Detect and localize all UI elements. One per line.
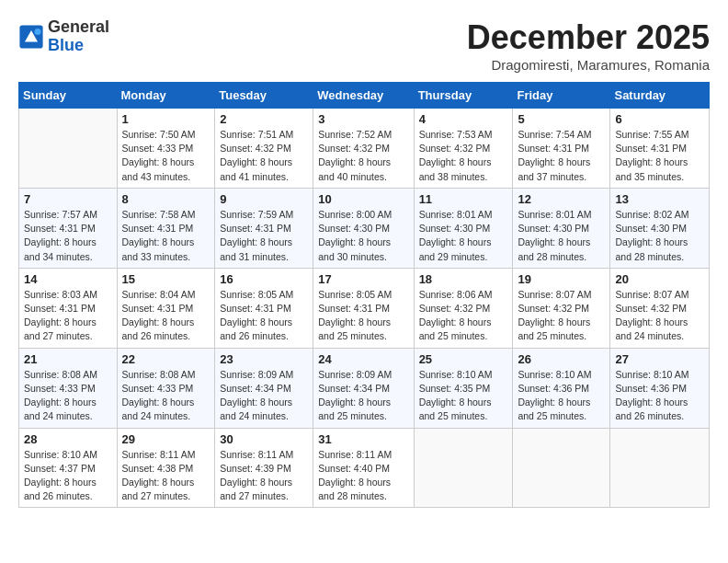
calendar: SundayMondayTuesdayWednesdayThursdayFrid…: [18, 82, 710, 508]
week-row-3: 21Sunrise: 8:08 AMSunset: 4:33 PMDayligh…: [19, 348, 710, 428]
day-cell-24: 24Sunrise: 8:09 AMSunset: 4:34 PMDayligh…: [313, 348, 414, 428]
daylight-line1: Daylight: 8 hours: [518, 236, 590, 247]
title-section: December 2025 Dragomiresti, Maramures, R…: [467, 18, 710, 73]
month-title: December 2025: [467, 18, 710, 57]
day-info: Sunrise: 8:06 AMSunset: 4:32 PMDaylight:…: [419, 288, 508, 344]
day-cell-13: 13Sunrise: 8:02 AMSunset: 4:30 PMDayligh…: [610, 188, 710, 268]
day-cell-3: 3Sunrise: 7:52 AMSunset: 4:32 PMDaylight…: [313, 109, 414, 189]
sunset: Sunset: 4:38 PM: [122, 463, 194, 474]
sunrise: Sunrise: 8:09 AM: [220, 369, 293, 380]
daylight-line1: Daylight: 8 hours: [318, 396, 391, 408]
day-number: 17: [318, 272, 408, 286]
daylight-line1: Daylight: 8 hours: [122, 316, 195, 327]
day-info: Sunrise: 8:11 AMSunset: 4:40 PMDaylight:…: [318, 448, 408, 504]
day-cell-empty: [610, 428, 710, 508]
day-cell-23: 23Sunrise: 8:09 AMSunset: 4:34 PMDayligh…: [215, 348, 313, 428]
day-number: 21: [24, 352, 112, 366]
sunrise: Sunrise: 8:10 AM: [24, 449, 97, 460]
day-info: Sunrise: 8:10 AMSunset: 4:36 PMDaylight:…: [615, 368, 704, 424]
day-cell-12: 12Sunrise: 8:01 AMSunset: 4:30 PMDayligh…: [513, 188, 610, 268]
sunrise: Sunrise: 8:11 AM: [220, 449, 293, 460]
day-cell-6: 6Sunrise: 7:55 AMSunset: 4:31 PMDaylight…: [610, 109, 710, 189]
daylight-line2: and 27 minutes.: [24, 330, 93, 341]
day-cell-20: 20Sunrise: 8:07 AMSunset: 4:32 PMDayligh…: [610, 268, 710, 348]
daylight-line1: Daylight: 8 hours: [24, 316, 97, 327]
sunset: Sunset: 4:32 PM: [419, 303, 491, 314]
day-cell-30: 30Sunrise: 8:11 AMSunset: 4:39 PMDayligh…: [215, 428, 313, 508]
day-number: 12: [518, 192, 605, 206]
daylight-line1: Daylight: 8 hours: [518, 156, 590, 167]
day-info: Sunrise: 7:53 AMSunset: 4:32 PMDaylight:…: [419, 128, 508, 184]
daylight-line2: and 35 minutes.: [615, 171, 684, 182]
day-number: 6: [615, 112, 704, 126]
day-info: Sunrise: 7:52 AMSunset: 4:32 PMDaylight:…: [318, 128, 408, 184]
sunrise: Sunrise: 8:01 AM: [419, 209, 493, 220]
sunset: Sunset: 4:31 PM: [24, 303, 96, 314]
sunrise: Sunrise: 7:57 AM: [24, 209, 97, 220]
day-cell-31: 31Sunrise: 8:11 AMSunset: 4:40 PMDayligh…: [313, 428, 414, 508]
sunrise: Sunrise: 8:08 AM: [122, 369, 196, 380]
day-cell-19: 19Sunrise: 8:07 AMSunset: 4:32 PMDayligh…: [513, 268, 610, 348]
week-row-4: 28Sunrise: 8:10 AMSunset: 4:37 PMDayligh…: [19, 428, 710, 508]
header-monday: Monday: [117, 83, 215, 109]
sunset: Sunset: 4:33 PM: [122, 143, 194, 154]
sunrise: Sunrise: 8:05 AM: [318, 289, 392, 300]
daylight-line1: Daylight: 8 hours: [220, 396, 292, 408]
day-info: Sunrise: 7:50 AMSunset: 4:33 PMDaylight:…: [122, 128, 210, 184]
daylight-line1: Daylight: 8 hours: [318, 477, 391, 488]
daylight-line2: and 25 minutes.: [419, 330, 488, 341]
day-info: Sunrise: 8:05 AMSunset: 4:31 PMDaylight:…: [318, 288, 408, 344]
daylight-line2: and 24 minutes.: [220, 410, 289, 421]
daylight-line1: Daylight: 8 hours: [615, 156, 688, 167]
calendar-header: SundayMondayTuesdayWednesdayThursdayFrid…: [19, 83, 710, 109]
sunset: Sunset: 4:30 PM: [318, 223, 390, 234]
day-info: Sunrise: 8:02 AMSunset: 4:30 PMDaylight:…: [615, 208, 704, 264]
daylight-line1: Daylight: 8 hours: [318, 236, 391, 247]
daylight-line1: Daylight: 8 hours: [419, 316, 492, 327]
week-row-0: 1Sunrise: 7:50 AMSunset: 4:33 PMDaylight…: [19, 109, 710, 189]
day-cell-21: 21Sunrise: 8:08 AMSunset: 4:33 PMDayligh…: [19, 348, 118, 428]
day-number: 19: [518, 272, 605, 286]
daylight-line2: and 24 minutes.: [24, 410, 93, 421]
sunset: Sunset: 4:32 PM: [318, 143, 390, 154]
day-info: Sunrise: 8:01 AMSunset: 4:30 PMDaylight:…: [419, 208, 508, 264]
header-saturday: Saturday: [610, 83, 710, 109]
svg-point-2: [35, 29, 41, 35]
day-number: 14: [24, 272, 112, 286]
daylight-line1: Daylight: 8 hours: [24, 236, 97, 247]
day-info: Sunrise: 8:03 AMSunset: 4:31 PMDaylight:…: [24, 288, 112, 344]
day-cell-7: 7Sunrise: 7:57 AMSunset: 4:31 PMDaylight…: [19, 188, 118, 268]
sunrise: Sunrise: 8:01 AM: [518, 209, 591, 220]
daylight-line2: and 31 minutes.: [220, 251, 289, 262]
daylight-line1: Daylight: 8 hours: [518, 316, 590, 327]
sunset: Sunset: 4:31 PM: [518, 143, 589, 154]
sunrise: Sunrise: 7:54 AM: [518, 129, 591, 140]
sunset: Sunset: 4:31 PM: [122, 303, 194, 314]
day-info: Sunrise: 7:54 AMSunset: 4:31 PMDaylight:…: [518, 128, 605, 184]
day-cell-10: 10Sunrise: 8:00 AMSunset: 4:30 PMDayligh…: [313, 188, 414, 268]
daylight-line1: Daylight: 8 hours: [122, 236, 195, 247]
day-number: 29: [122, 432, 210, 446]
sunset: Sunset: 4:36 PM: [518, 383, 589, 394]
day-cell-28: 28Sunrise: 8:10 AMSunset: 4:37 PMDayligh…: [19, 428, 118, 508]
day-number: 4: [419, 112, 508, 126]
day-number: 18: [419, 272, 508, 286]
day-info: Sunrise: 8:07 AMSunset: 4:32 PMDaylight:…: [518, 288, 605, 344]
day-number: 27: [615, 352, 704, 366]
logo-blue: Blue: [48, 37, 109, 55]
logo: General Blue: [18, 18, 109, 55]
daylight-line1: Daylight: 8 hours: [122, 156, 195, 167]
sunset: Sunset: 4:39 PM: [220, 463, 291, 474]
day-cell-25: 25Sunrise: 8:10 AMSunset: 4:35 PMDayligh…: [414, 348, 513, 428]
day-cell-17: 17Sunrise: 8:05 AMSunset: 4:31 PMDayligh…: [313, 268, 414, 348]
sunrise: Sunrise: 7:52 AM: [318, 129, 392, 140]
day-number: 28: [24, 432, 112, 446]
day-number: 22: [122, 352, 210, 366]
day-info: Sunrise: 7:59 AMSunset: 4:31 PMDaylight:…: [220, 208, 308, 264]
daylight-line2: and 28 minutes.: [518, 251, 586, 262]
day-cell-15: 15Sunrise: 8:04 AMSunset: 4:31 PMDayligh…: [117, 268, 215, 348]
sunset: Sunset: 4:33 PM: [122, 383, 194, 394]
day-number: 15: [122, 272, 210, 286]
day-info: Sunrise: 7:55 AMSunset: 4:31 PMDaylight:…: [615, 128, 704, 184]
daylight-line1: Daylight: 8 hours: [318, 316, 391, 327]
